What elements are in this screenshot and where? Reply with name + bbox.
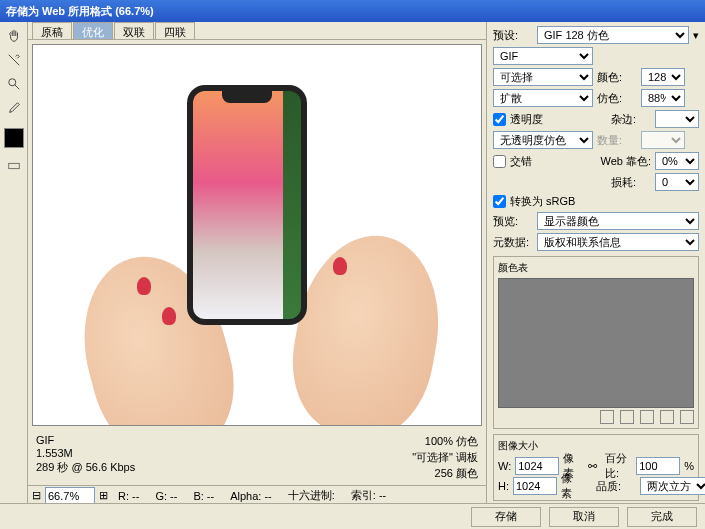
- colortable-label: 颜色表: [498, 261, 694, 275]
- color-label: 颜色:: [597, 70, 637, 85]
- link-icon[interactable]: ⚯: [588, 460, 597, 473]
- px-label-2: 像素: [561, 471, 572, 501]
- trans-dither-select[interactable]: 无透明度仿色: [493, 131, 593, 149]
- dither-val-select[interactable]: 88%: [641, 89, 685, 107]
- srgb-label: 转换为 sRGB: [510, 194, 575, 209]
- meta-select[interactable]: 版权和联系信息: [537, 233, 699, 251]
- format-select[interactable]: GIF: [493, 47, 593, 65]
- preview-select[interactable]: 显示器颜色: [537, 212, 699, 230]
- zoom-in-icon[interactable]: ⊞: [99, 489, 108, 502]
- preview-image: [107, 55, 407, 415]
- matte-label: 杂边:: [611, 112, 651, 127]
- web-label: Web 靠色:: [600, 154, 651, 169]
- tab-2up[interactable]: 双联: [114, 22, 154, 39]
- status-index: 索引: --: [351, 488, 386, 503]
- srgb-checkbox[interactable]: [493, 195, 506, 208]
- status-b: B: --: [193, 490, 214, 502]
- info-colors: 256 颜色: [412, 466, 478, 481]
- width-input[interactable]: [515, 457, 559, 475]
- image-info: GIF 1.553M 289 秒 @ 56.6 Kbps 100% 仿色 "可选…: [28, 430, 486, 485]
- preset-select[interactable]: GIF 128 仿色: [537, 26, 689, 44]
- window-title: 存储为 Web 所用格式 (66.7%): [6, 4, 154, 19]
- preview-tabs: 原稿 优化 双联 四联: [28, 22, 486, 40]
- loss-label: 损耗:: [611, 175, 651, 190]
- tab-optimized[interactable]: 优化: [73, 22, 113, 39]
- status-r: R: --: [118, 490, 139, 502]
- imagesize-section: 图像大小 W: 像素 ⚯ 百分比: % H: 像素 品质: 两次立方: [493, 434, 699, 501]
- hand-tool-icon[interactable]: [4, 26, 24, 46]
- info-time: 289 秒 @ 56.6 Kbps: [36, 460, 135, 475]
- loss-select[interactable]: 0: [655, 173, 699, 191]
- transparency-label: 透明度: [510, 112, 607, 127]
- slice-tool-icon[interactable]: [4, 50, 24, 70]
- h-label: H:: [498, 480, 509, 492]
- color-select[interactable]: 128: [641, 68, 685, 86]
- status-alpha: Alpha: --: [230, 490, 272, 502]
- w-label: W:: [498, 460, 511, 472]
- zoom-input[interactable]: [45, 487, 95, 505]
- matte-select[interactable]: [655, 110, 699, 128]
- tab-original[interactable]: 原稿: [32, 22, 72, 39]
- colortable-section: 颜色表: [493, 256, 699, 429]
- preset-menu-icon[interactable]: ▾: [693, 29, 699, 42]
- done-button[interactable]: 完成: [627, 507, 697, 527]
- quality-select[interactable]: 两次立方: [640, 477, 705, 495]
- toggle-icon[interactable]: [4, 156, 24, 176]
- percent-input[interactable]: [636, 457, 680, 475]
- dither-select[interactable]: 扩散: [493, 89, 593, 107]
- palette-select[interactable]: 可选择: [493, 68, 593, 86]
- quality-label: 品质:: [596, 479, 636, 494]
- save-button[interactable]: 存储: [471, 507, 541, 527]
- amount-select: [641, 131, 685, 149]
- tab-4up[interactable]: 四联: [155, 22, 195, 39]
- height-input[interactable]: [513, 477, 557, 495]
- status-bar: ⊟ ⊞ R: -- G: -- B: -- Alpha: -- 十六进制: 索引…: [28, 485, 486, 505]
- interlace-checkbox[interactable]: [493, 155, 506, 168]
- pct-label: 百分比:: [605, 451, 632, 481]
- info-quality: 100% 仿色: [412, 434, 478, 449]
- info-format: GIF: [36, 434, 135, 446]
- status-g: G: --: [155, 490, 177, 502]
- preview-canvas[interactable]: [32, 44, 482, 426]
- trash-icon[interactable]: [680, 410, 694, 424]
- imagesize-label: 图像大小: [498, 439, 694, 453]
- amount-label: 数量:: [597, 133, 637, 148]
- ct-icon-4[interactable]: [660, 410, 674, 424]
- preset-label: 预设:: [493, 28, 533, 43]
- ct-icon-1[interactable]: [600, 410, 614, 424]
- ct-icon-3[interactable]: [640, 410, 654, 424]
- toolbar: [0, 22, 28, 529]
- pct-unit: %: [684, 460, 694, 472]
- status-hex: 十六进制:: [288, 488, 335, 503]
- web-select[interactable]: 0%: [655, 152, 699, 170]
- svg-point-0: [8, 79, 15, 86]
- meta-label: 元数据:: [493, 235, 533, 250]
- info-size: 1.553M: [36, 447, 135, 459]
- info-palette: "可选择" 调板: [412, 450, 478, 465]
- colortable[interactable]: [498, 278, 694, 408]
- dialog-footer: 存储 取消 完成: [0, 503, 705, 529]
- window-titlebar: 存储为 Web 所用格式 (66.7%): [0, 0, 705, 22]
- interlace-label: 交错: [510, 154, 596, 169]
- color-swatch[interactable]: [4, 128, 24, 148]
- zoom-tool-icon[interactable]: [4, 74, 24, 94]
- eyedropper-tool-icon[interactable]: [4, 98, 24, 118]
- cancel-button[interactable]: 取消: [549, 507, 619, 527]
- settings-panel: 预设: GIF 128 仿色 ▾ GIF 可选择 颜色: 128 扩散 仿色: …: [487, 22, 705, 529]
- transparency-checkbox[interactable]: [493, 113, 506, 126]
- dither-label: 仿色:: [597, 91, 637, 106]
- ct-icon-2[interactable]: [620, 410, 634, 424]
- preview-label: 预览:: [493, 214, 533, 229]
- svg-rect-1: [8, 163, 19, 168]
- zoom-out-icon[interactable]: ⊟: [32, 489, 41, 502]
